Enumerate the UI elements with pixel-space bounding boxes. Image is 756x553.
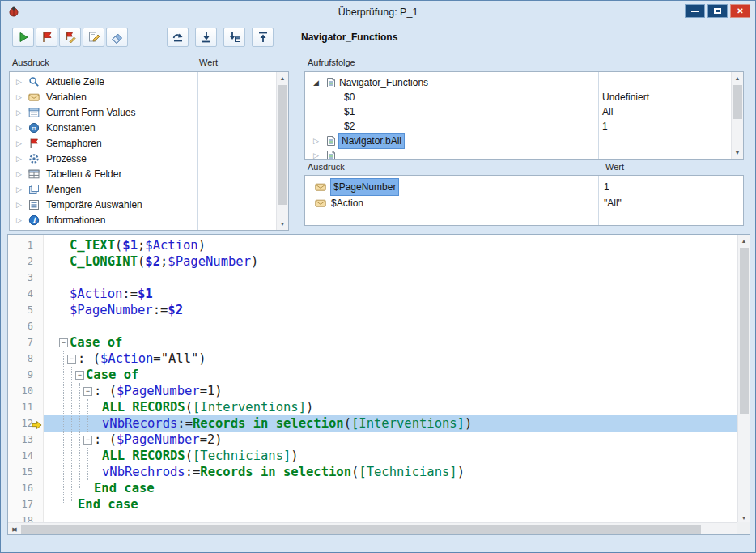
watch-tree-item[interactable]: ▷Temporäre Auswahlen <box>10 197 276 212</box>
watch-tree-item[interactable]: ▷Variablen <box>10 89 276 104</box>
fold-collapse-icon[interactable]: − <box>83 436 92 445</box>
scrollbar-thumb[interactable] <box>278 85 287 205</box>
watch-tree-item[interactable]: ▷Aktuelle Zeile <box>10 74 276 89</box>
scrollbar-thumb[interactable] <box>740 248 749 414</box>
line-number[interactable]: 17 <box>22 496 33 513</box>
fold-collapse-icon[interactable]: − <box>75 371 84 380</box>
call-chain-row[interactable]: ▷Navigator.bAll <box>305 134 731 148</box>
code-line[interactable]: −: ($PageNumber=1) <box>44 383 737 399</box>
code-line[interactable]: End case <box>44 480 737 496</box>
disclosure-triangle-icon[interactable]: ▷ <box>16 108 28 117</box>
scrollbar-thumb[interactable] <box>21 525 701 534</box>
code-line[interactable]: −: ($Action="All") <box>44 351 737 367</box>
step-into-process-button[interactable] <box>223 28 245 47</box>
disclosure-triangle-icon[interactable]: ▷ <box>16 93 28 101</box>
scroll-up-icon[interactable]: ▲ <box>732 72 743 84</box>
no-trace-button[interactable] <box>12 28 34 47</box>
watch-tree-item[interactable]: ▷Tabellen & Felder <box>10 166 276 181</box>
abort-and-edit-button[interactable] <box>59 28 81 47</box>
scroll-up-icon[interactable]: ▲ <box>277 72 288 84</box>
step-into-button[interactable] <box>195 28 217 47</box>
fold-collapse-icon[interactable]: − <box>83 387 92 396</box>
code-line[interactable]: −Case of <box>44 367 737 383</box>
code-line[interactable] <box>44 318 737 334</box>
call-chain-row[interactable]: ▷ <box>305 148 731 160</box>
call-chain-row[interactable]: $21 <box>305 119 731 134</box>
watch-tree-item[interactable]: ▷Prozesse <box>10 151 276 166</box>
code-line[interactable]: $Action:=$1 <box>44 286 737 302</box>
clear-breakpoints-button[interactable] <box>106 28 128 47</box>
editor-vertical-scrollbar[interactable]: ▲ ▼ <box>737 235 750 524</box>
disclosure-triangle-icon[interactable]: ▷ <box>16 185 28 194</box>
code-line[interactable]: vNbRechrods:=Records in selection([Techn… <box>44 464 737 480</box>
watch-tree-item[interactable]: ▷Semaphoren <box>10 135 276 151</box>
fold-collapse-icon[interactable]: − <box>59 338 68 347</box>
watch-tree-item[interactable]: ▷πKonstanten <box>10 120 276 135</box>
line-number[interactable]: 5 <box>28 302 33 318</box>
abort-button[interactable] <box>36 28 57 47</box>
code-line[interactable]: $PageNumber:=$2 <box>44 302 737 318</box>
code-line[interactable]: C_LONGINT($2;$PageNumber) <box>44 253 737 270</box>
step-out-button[interactable] <box>252 28 274 47</box>
line-number[interactable]: 3 <box>28 270 33 286</box>
disclosure-triangle-icon[interactable]: ▷ <box>16 201 28 209</box>
scroll-right-icon[interactable]: ▶ <box>8 523 21 535</box>
code-area[interactable]: C_TEXT($1;$Action)C_LONGINT($2;$PageNumb… <box>44 235 737 524</box>
line-number[interactable]: 6 <box>28 318 33 334</box>
maximize-button[interactable] <box>707 4 728 18</box>
scroll-down-icon[interactable]: ▼ <box>277 218 288 230</box>
column-divider[interactable] <box>598 72 599 159</box>
editor-horizontal-scrollbar[interactable]: ◀ ▶ <box>8 522 739 534</box>
expression-row[interactable]: $PageNumber1 <box>305 179 743 195</box>
line-number[interactable]: 16 <box>22 480 33 496</box>
disclosure-triangle-icon[interactable]: ▷ <box>313 134 325 148</box>
line-number[interactable]: 15 <box>22 464 33 480</box>
line-number[interactable]: 2 <box>28 253 33 270</box>
disclosure-triangle-icon[interactable]: ▷ <box>16 124 28 132</box>
minimize-button[interactable] <box>685 4 705 18</box>
watch-tree-item[interactable]: ▷Current Form Values <box>10 104 276 120</box>
line-number[interactable]: 14 <box>22 448 33 464</box>
code-line[interactable] <box>44 270 737 286</box>
disclosure-triangle-icon[interactable]: ▷ <box>16 78 28 86</box>
scroll-down-icon[interactable]: ▼ <box>732 147 743 159</box>
code-line[interactable]: ALL RECORDS([Technicians]) <box>44 448 737 464</box>
line-number[interactable]: 11 <box>22 399 33 415</box>
call-chain-scrollbar[interactable]: ▲ ▼ <box>731 72 743 159</box>
disclosure-triangle-icon[interactable]: ▷ <box>16 170 28 178</box>
line-number[interactable]: 4 <box>28 286 33 302</box>
disclosure-triangle-icon[interactable]: ▷ <box>16 139 28 147</box>
title-bar[interactable]: Überprüfung: P_1 ✕ <box>1 1 755 23</box>
line-number[interactable]: 10 <box>22 383 33 399</box>
expression-row[interactable]: $Action"All" <box>305 195 743 211</box>
column-divider[interactable] <box>598 176 599 225</box>
edit-method-button[interactable] <box>83 28 104 47</box>
scrollbar-thumb[interactable] <box>733 85 742 119</box>
line-number[interactable]: 1 <box>28 237 33 253</box>
code-line[interactable]: C_TEXT($1;$Action) <box>44 237 737 253</box>
scroll-up-icon[interactable]: ▲ <box>738 235 750 247</box>
call-chain-row[interactable]: $0Undefiniert <box>305 90 731 104</box>
fold-collapse-icon[interactable]: − <box>67 355 76 364</box>
disclosure-triangle-icon[interactable]: ▷ <box>16 155 28 163</box>
code-line[interactable]: ALL RECORDS([Interventions]) <box>44 399 737 415</box>
watch-tree-item[interactable]: ▷iInformationen <box>10 212 276 228</box>
line-number[interactable]: 8 <box>28 351 33 367</box>
watch-tree-item[interactable]: ▷Mengen <box>10 181 276 197</box>
code-line[interactable]: vNbRecords:=Records in selection([Interv… <box>44 415 737 432</box>
line-number[interactable]: 7 <box>28 334 33 351</box>
step-over-button[interactable] <box>167 28 189 47</box>
watch-scrollbar[interactable]: ▲ ▼ <box>276 72 288 230</box>
line-number[interactable]: 13 <box>22 432 33 448</box>
code-line[interactable]: −: ($PageNumber=2) <box>44 432 737 448</box>
disclosure-triangle-icon[interactable]: ▷ <box>16 216 28 224</box>
line-number[interactable]: 9 <box>28 367 33 383</box>
call-chain-row[interactable]: ◢Navigator_Functions <box>305 75 731 90</box>
collapse-triangle-icon[interactable]: ◢ <box>313 75 325 90</box>
code-line[interactable]: End case <box>44 496 737 513</box>
column-divider[interactable] <box>197 72 198 230</box>
close-button[interactable]: ✕ <box>730 4 750 18</box>
disclosure-triangle-icon[interactable]: ▷ <box>313 148 325 160</box>
call-chain-row[interactable]: $1All <box>305 104 731 119</box>
code-line[interactable]: −Case of <box>44 334 737 351</box>
